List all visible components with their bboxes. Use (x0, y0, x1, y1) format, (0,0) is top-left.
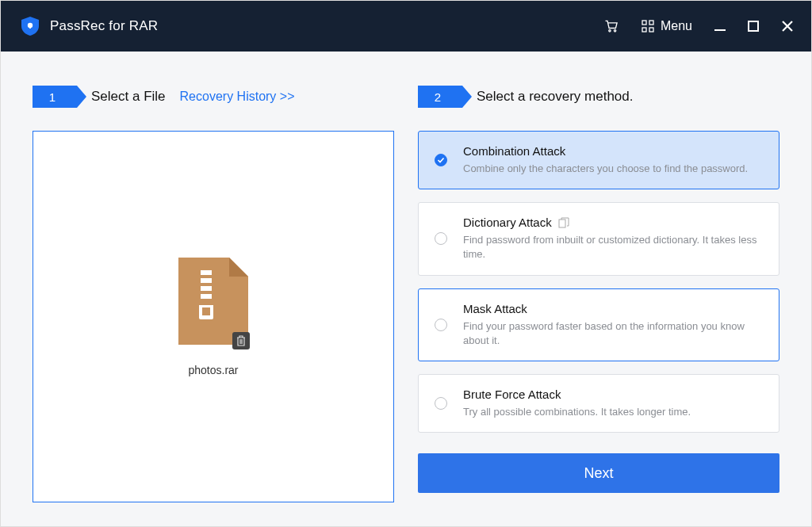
step-2-number: 2 (435, 90, 441, 104)
svg-rect-16 (202, 307, 210, 315)
selected-file (178, 258, 248, 348)
method-title: Dictionary Attack (463, 216, 552, 229)
method-title: Mask Attack (463, 302, 764, 315)
menu-label: Menu (661, 19, 692, 33)
svg-rect-8 (714, 29, 726, 31)
svg-rect-4 (642, 21, 646, 25)
svg-point-3 (614, 30, 615, 32)
titlebar: PassRec for RAR Menu (1, 1, 811, 52)
svg-rect-15 (201, 294, 212, 299)
method-mask[interactable]: Mask Attack Find your password faster ba… (418, 288, 779, 361)
svg-rect-13 (201, 278, 212, 283)
method-desc: Try all possible combinations. It takes … (463, 405, 764, 419)
cart-icon[interactable] (603, 18, 619, 34)
svg-point-2 (609, 30, 611, 32)
method-title: Combination Attack (463, 144, 764, 158)
method-combination[interactable]: Combination Attack Combine only the char… (418, 131, 779, 189)
radio-icon (435, 319, 447, 331)
copy-icon (558, 217, 569, 228)
file-drop-panel[interactable]: photos.rar (33, 131, 394, 502)
method-title: Brute Force Attack (463, 388, 764, 401)
radio-icon (435, 397, 447, 410)
maximize-button[interactable] (748, 21, 759, 32)
svg-rect-7 (649, 28, 653, 32)
step-1-column: 1 Select a File Recovery History >> (33, 83, 394, 502)
recovery-history-link[interactable]: Recovery History >> (180, 90, 295, 104)
svg-rect-9 (749, 21, 758, 31)
shield-icon (21, 17, 39, 36)
method-brute-force[interactable]: Brute Force Attack Try all possible comb… (418, 374, 779, 433)
next-button[interactable]: Next (418, 453, 779, 493)
svg-rect-1 (29, 26, 31, 29)
app-title: PassRec for RAR (50, 18, 158, 34)
step-2-badge: 2 (418, 86, 462, 108)
method-desc: Find password from inbuilt or customized… (463, 233, 764, 262)
radio-icon (435, 232, 447, 245)
step-1-title: Select a File (91, 89, 166, 105)
svg-rect-5 (649, 21, 653, 25)
svg-rect-12 (201, 270, 212, 275)
remove-file-button[interactable] (232, 332, 250, 349)
close-button[interactable] (781, 20, 794, 32)
step-2-column: 2 Select a recovery method. Combination … (418, 83, 779, 502)
minimize-button[interactable] (714, 21, 726, 32)
radio-selected-icon (435, 154, 447, 166)
menu-grid-icon (642, 20, 654, 32)
method-desc: Find your password faster based on the i… (463, 319, 764, 348)
selected-filename: photos.rar (188, 364, 238, 376)
menu-button[interactable]: Menu (642, 19, 692, 33)
step-1-badge: 1 (33, 86, 77, 108)
trash-icon (236, 335, 246, 346)
svg-rect-17 (559, 220, 565, 227)
method-desc: Combine only the characters you choose t… (463, 162, 764, 176)
step-2-title: Select a recovery method. (477, 89, 633, 105)
step-1-number: 1 (49, 90, 56, 104)
svg-rect-14 (201, 286, 212, 291)
method-dictionary[interactable]: Dictionary Attack Find password from inb… (418, 202, 779, 275)
svg-rect-6 (642, 28, 646, 32)
